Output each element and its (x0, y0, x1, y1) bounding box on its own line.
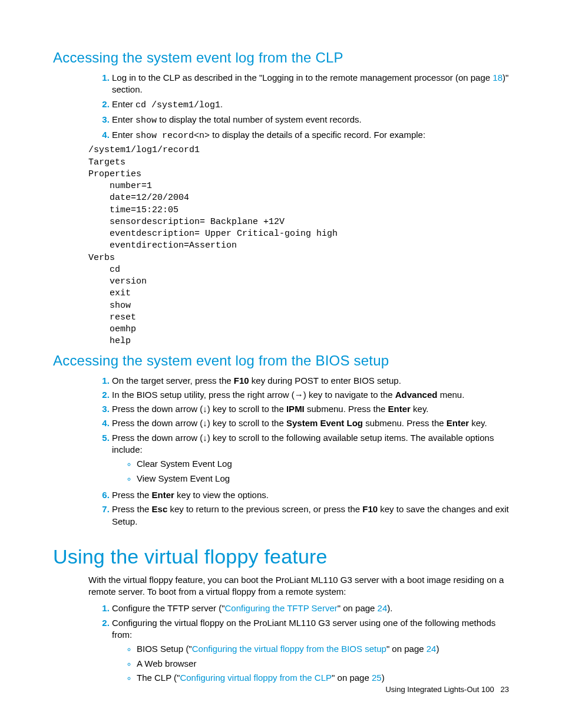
text: key to view the options. (174, 490, 269, 500)
heading-virtual-floppy: Using the virtual floppy feature (53, 545, 509, 568)
text: BIOS Setup (" (137, 644, 192, 654)
text: " on page (386, 644, 427, 654)
cross-ref-link[interactable]: Configuring virtual floppy from the CLP (180, 673, 332, 683)
heading-clp: Accessing the system event log from the … (53, 50, 509, 66)
bold-text: Enter (388, 404, 411, 414)
text: Press the down arrow (↓) key to scroll t… (112, 418, 286, 428)
steps-bios: On the target server, press the F10 key … (88, 374, 509, 529)
code-inline: show (135, 116, 157, 126)
heading-bios: Accessing the system event log from the … (53, 353, 509, 369)
list-item: Press the Esc key to return to the previ… (112, 502, 509, 529)
list-item: In the BIOS setup utility, press the rig… (112, 388, 509, 402)
text: to display the details of a specific rec… (210, 130, 425, 140)
list-item: Configure the TFTP server ("Configuring … (112, 601, 509, 615)
bold-text: Enter (152, 490, 174, 500)
bold-text: F10 (362, 504, 378, 514)
text: In the BIOS setup utility, press the rig… (112, 390, 395, 400)
text: Configuring the virtual floppy on the Pr… (112, 618, 495, 640)
text: Enter (112, 99, 135, 109)
text: to display the total number of system ev… (157, 114, 362, 124)
text: Enter (112, 114, 135, 124)
document-page: Accessing the system event log from the … (0, 0, 562, 728)
list-item: On the target server, press the F10 key … (112, 374, 509, 388)
text: The CLP (" (137, 673, 180, 683)
text: Press the down arrow (↓) key to scroll t… (112, 404, 286, 414)
text: menu. (437, 390, 464, 400)
text: Press the (112, 490, 152, 500)
cross-ref-link[interactable]: Configuring the virtual floppy from the … (192, 644, 386, 654)
bullet-list: BIOS Setup ("Configuring the virtual flo… (126, 642, 509, 686)
steps-clp: Log in to the CLP as described in the "L… (88, 71, 509, 143)
text: Press the (112, 504, 152, 514)
page-link[interactable]: 25 (372, 673, 382, 683)
text: Enter (112, 130, 135, 140)
text: ). (387, 603, 392, 613)
bullet-item: A Web browser (137, 657, 509, 671)
text: . (220, 99, 223, 109)
code-block: /system1/log1/record1 Targets Properties… (88, 144, 509, 347)
bold-text: System Event Log (286, 418, 363, 428)
list-item: Log in to the CLP as described in the "L… (112, 71, 509, 97)
bold-text: IPMI (286, 404, 305, 414)
page-link[interactable]: 24 (427, 644, 437, 654)
text: submenu. Press the (305, 404, 388, 414)
page-link[interactable]: 24 (378, 603, 388, 613)
bullet-list: Clear System Event Log View System Event… (126, 457, 509, 486)
bullet-item: Clear System Event Log (137, 457, 509, 472)
text: key during POST to enter BIOS setup. (249, 375, 401, 386)
list-item: Enter show to display the total number o… (112, 113, 509, 128)
text: ) (436, 644, 439, 654)
page-number: 23 (501, 685, 509, 694)
list-item: Press the down arrow (↓) key to scroll t… (112, 402, 509, 416)
code-inline: cd /system1/log1 (135, 100, 220, 110)
list-item: Press the down arrow (↓) key to scroll t… (112, 431, 509, 489)
bullet-item: View System Event Log (137, 472, 509, 486)
text: Press the down arrow (↓) key to scroll t… (112, 433, 494, 454)
cross-ref-link[interactable]: Configuring the TFTP Server (225, 603, 338, 613)
intro-paragraph: With the virtual floppy feature, you can… (88, 574, 509, 598)
bullet-item: BIOS Setup ("Configuring the virtual flo… (137, 642, 509, 657)
text: ) (382, 673, 385, 683)
text: Configure the TFTP server (" (112, 603, 225, 613)
list-item: Press the down arrow (↓) key to scroll t… (112, 416, 509, 430)
steps-floppy: Configure the TFTP server ("Configuring … (88, 601, 509, 687)
bold-text: F10 (234, 375, 249, 386)
list-item: Configuring the virtual floppy on the Pr… (112, 616, 509, 688)
bullet-item: The CLP ("Configuring virtual floppy fro… (137, 671, 509, 686)
code-inline: show record<n> (135, 131, 210, 141)
footer-title: Using Integrated Lights-Out 100 (385, 685, 494, 694)
list-item: Press the Enter key to view the options. (112, 488, 509, 502)
text: key. (469, 418, 487, 428)
text: " on page (332, 673, 372, 683)
page-link[interactable]: 18 (492, 73, 503, 83)
list-item: Enter cd /system1/log1. (112, 97, 509, 113)
bold-text: Enter (447, 418, 469, 428)
bold-text: Esc (152, 504, 168, 514)
text: " on page (338, 603, 378, 613)
bold-text: Advanced (395, 390, 438, 400)
page-footer: Using Integrated Lights-Out 100 23 (385, 685, 509, 694)
text: submenu. Press the (363, 418, 447, 428)
text: key. (411, 404, 429, 414)
text: Log in to the CLP as described in the "L… (112, 73, 492, 83)
list-item: Enter show record<n> to display the deta… (112, 128, 509, 143)
text: On the target server, press the (112, 375, 234, 386)
text: key to return to the previous screen, or… (167, 504, 362, 514)
